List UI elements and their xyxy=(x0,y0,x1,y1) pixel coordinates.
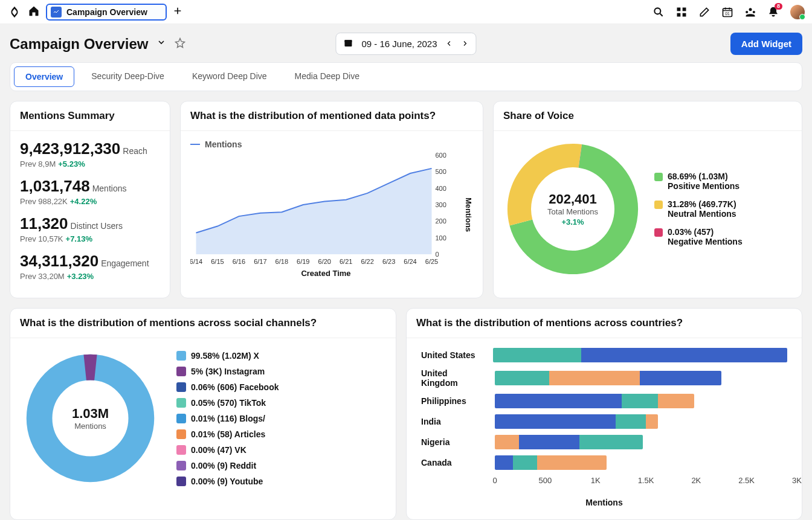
legend-item: 31.28% (469.77K)Neutral Mentions xyxy=(654,199,743,219)
svg-text:6/25: 6/25 xyxy=(425,258,438,265)
country-row: Nigeria xyxy=(421,435,787,449)
svg-rect-11 xyxy=(344,40,352,42)
notifications-icon[interactable]: 8 xyxy=(767,6,779,18)
summary-metric: 11,320Distinct UsersPrev 10,57K+7.13% xyxy=(20,214,160,243)
summary-metric: 34,311,320EngagementPrev 33,20M+3.23% xyxy=(20,252,160,281)
date-range-label: 09 - 16 June, 2023 xyxy=(361,39,437,49)
social-donut-chart: 1.03M Mentions xyxy=(22,350,158,486)
notification-badge: 8 xyxy=(775,3,782,10)
mentions-summary-card: Mentions Summary 9,423,912,330ReachPrev … xyxy=(10,101,170,298)
card-title: What is the distribution of mentions acr… xyxy=(407,309,802,338)
tab-keyword[interactable]: Keyword Deep Dive xyxy=(181,66,278,87)
page-header: Campaign Overview 09 - 16 June, 2023 Add… xyxy=(0,24,812,62)
svg-rect-3 xyxy=(677,13,681,16)
legend-item: 0.05% (570) TikTok xyxy=(176,398,279,408)
svg-text:6/18: 6/18 xyxy=(276,258,288,265)
svg-point-9 xyxy=(753,10,755,13)
app-logo-icon[interactable] xyxy=(7,5,22,19)
country-row: United Kingdom xyxy=(421,368,787,388)
tab-media[interactable]: Media Deep Dive xyxy=(284,66,370,87)
svg-rect-1 xyxy=(677,7,681,11)
country-row: United States xyxy=(421,348,787,362)
legend-item: 0.00% (9) Reddit xyxy=(176,461,279,470)
sov-legend: 68.69% (1.03M)Positive Mentions31.28% (4… xyxy=(654,172,743,246)
compose-icon[interactable] xyxy=(698,6,710,18)
workspace-tab[interactable]: Campaign Overview xyxy=(46,4,167,21)
svg-text:6/20: 6/20 xyxy=(318,258,331,265)
y-axis-label: Mentions xyxy=(464,197,473,232)
legend-swatch xyxy=(190,144,200,145)
legend-item: 0.00% (9) Youtube xyxy=(176,477,279,486)
x-axis-label: Created Time xyxy=(190,269,462,278)
svg-text:6/14: 6/14 xyxy=(190,258,202,265)
favorite-star-icon[interactable] xyxy=(175,37,185,51)
svg-point-8 xyxy=(746,10,748,13)
date-range-picker[interactable]: 09 - 16 June, 2023 xyxy=(335,33,476,55)
share-of-voice-card: Share of Voice 202,401 Total Mentions +3… xyxy=(493,101,802,298)
svg-point-0 xyxy=(654,8,660,14)
legend-item: 0.01% (116) Blogs/ xyxy=(176,414,279,423)
svg-text:6/15: 6/15 xyxy=(211,258,224,265)
page-title: Campaign Overview xyxy=(10,36,148,53)
svg-point-7 xyxy=(749,8,752,11)
country-row: India xyxy=(421,414,787,429)
svg-rect-2 xyxy=(683,7,686,11)
card-title: Mentions Summary xyxy=(10,101,170,131)
add-widget-button[interactable]: Add Widget xyxy=(730,33,802,55)
legend-item: 0.01% (58) Articles xyxy=(176,429,279,439)
calendar-small-icon xyxy=(343,38,353,50)
card-title: Share of Voice xyxy=(494,101,802,131)
apps-grid-icon[interactable] xyxy=(675,6,688,18)
summary-metric: 9,423,912,330ReachPrev 8,9M+5.23% xyxy=(20,140,160,169)
legend-item: 0.00% (47) VK xyxy=(176,445,279,455)
country-x-label: Mentions xyxy=(421,498,787,507)
date-prev-icon[interactable] xyxy=(446,39,453,49)
legend-item: 5% (3K) Instagram xyxy=(176,367,279,376)
mentions-distribution-card: What is the distribution of mentioned da… xyxy=(180,101,483,298)
date-next-icon[interactable] xyxy=(462,39,469,49)
svg-text:500: 500 xyxy=(436,168,446,175)
line-chart: 60050040030020010006/146/156/166/176/186… xyxy=(190,152,462,266)
svg-text:01: 01 xyxy=(725,11,730,16)
social-legend: 99.58% (1.02M) X5% (3K) Instagram0.06% (… xyxy=(176,351,279,486)
search-icon[interactable] xyxy=(652,6,665,18)
card-title: What is the distribution of mentioned da… xyxy=(181,101,483,131)
social-total-label: Mentions xyxy=(74,422,106,431)
top-bar: Campaign Overview 01 8 xyxy=(0,0,812,24)
svg-text:6/16: 6/16 xyxy=(233,258,245,265)
svg-text:400: 400 xyxy=(436,185,446,192)
view-tabs: Overview Security Deep-Dive Keyword Deep… xyxy=(10,62,802,91)
sov-delta: +3.1% xyxy=(561,217,584,226)
card-title: What is the distribution of mentions acr… xyxy=(10,309,396,338)
social-total-value: 1.03M xyxy=(72,406,109,422)
svg-text:6/17: 6/17 xyxy=(254,258,266,265)
svg-text:200: 200 xyxy=(436,217,446,225)
summary-metric: 1,031,748MentionsPrev 988,22K+4.22% xyxy=(20,177,160,206)
legend-item: 68.69% (1.03M)Positive Mentions xyxy=(654,172,743,191)
svg-text:6/21: 6/21 xyxy=(340,258,352,265)
svg-text:6/24: 6/24 xyxy=(404,258,416,265)
svg-text:6/19: 6/19 xyxy=(297,258,309,265)
add-tab-button[interactable] xyxy=(173,6,182,18)
legend-item: 0.06% (606) Facebook xyxy=(176,382,279,392)
sov-total-label: Total Mentions xyxy=(547,207,598,216)
community-icon[interactable] xyxy=(744,6,756,18)
country-row: Philippines xyxy=(421,394,787,408)
tab-security[interactable]: Security Deep-Dive xyxy=(80,66,175,87)
user-avatar[interactable] xyxy=(790,5,805,19)
tab-overview[interactable]: Overview xyxy=(14,66,74,87)
chart-legend: Mentions xyxy=(190,140,473,149)
home-icon[interactable] xyxy=(28,5,40,19)
legend-item: 99.58% (1.02M) X xyxy=(176,351,279,361)
sov-total-value: 202,401 xyxy=(549,191,597,207)
svg-text:600: 600 xyxy=(436,152,446,159)
title-dropdown-icon[interactable] xyxy=(156,37,166,50)
svg-text:100: 100 xyxy=(436,234,446,242)
social-channels-card: What is the distribution of mentions acr… xyxy=(10,308,396,520)
calendar-icon[interactable]: 01 xyxy=(721,6,733,18)
svg-text:6/23: 6/23 xyxy=(382,258,395,265)
dashboard-tab-icon xyxy=(51,7,62,18)
country-row: Canada xyxy=(421,455,787,470)
svg-text:0: 0 xyxy=(436,251,439,258)
svg-rect-4 xyxy=(683,13,686,16)
